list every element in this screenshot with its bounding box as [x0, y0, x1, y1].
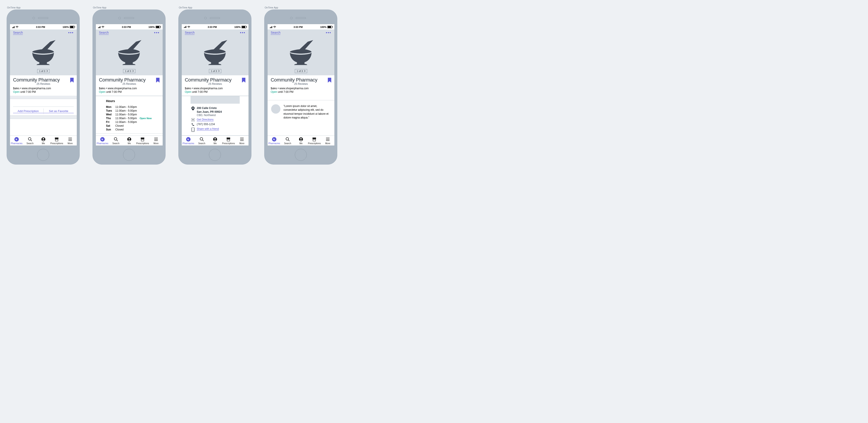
tab-pharmacies[interactable]: Pharmacies — [96, 137, 109, 145]
chevron-right-icon — [46, 70, 48, 72]
hours-time: 11:00am - 5:00pm — [115, 105, 140, 109]
battery-icon — [70, 26, 74, 28]
tab-more[interactable]: More — [64, 137, 77, 145]
mortar-pestle-icon — [289, 40, 313, 65]
battery-pct: 100% — [63, 26, 69, 28]
directions-icon — [191, 118, 194, 121]
tab-prescriptions[interactable]: Prescriptions — [222, 137, 235, 145]
cursor-icon — [273, 138, 275, 141]
tab-me[interactable]: Me — [37, 137, 50, 145]
pharmacy-hero: 1 of 3 — [182, 36, 249, 75]
review-count[interactable]: 25 Reviews — [271, 82, 331, 86]
home-button[interactable] — [123, 149, 135, 161]
back-link[interactable]: Search — [99, 31, 108, 35]
pager-label: 1 of 3 — [211, 70, 217, 72]
hours-day: Fri — [106, 120, 115, 124]
signal-bars-icon — [270, 26, 272, 28]
tab-more[interactable]: More — [149, 137, 163, 145]
hamburger-icon — [68, 137, 72, 142]
frame-label: OnTime App — [179, 6, 251, 9]
search-icon — [114, 137, 118, 142]
open-status: Open until 7:00 PM — [99, 90, 160, 93]
wifi-icon — [273, 26, 276, 28]
set-favorite-link[interactable]: Set as Favorite — [43, 110, 74, 113]
bookmark-icon[interactable] — [242, 78, 245, 83]
tab-prescriptions[interactable]: Prescriptions — [50, 137, 63, 145]
status-time: 3:03 PM — [122, 26, 131, 28]
image-pager[interactable]: 1 of 3 — [209, 69, 221, 73]
hamburger-icon — [240, 137, 244, 142]
tab-pharmacies[interactable]: Pharmacies — [10, 137, 23, 145]
bookmark-icon[interactable] — [70, 78, 74, 83]
tab-more[interactable]: More — [321, 137, 334, 145]
cursor-icon — [187, 138, 189, 141]
more-options-icon[interactable]: ••• — [326, 32, 331, 34]
get-directions-link[interactable]: Get Directions — [197, 118, 214, 121]
add-prescription-link[interactable]: Add Prescription — [13, 110, 43, 113]
phone-number[interactable]: (787) 555-1234 — [197, 123, 215, 126]
tab-me[interactable]: Me — [123, 137, 136, 145]
more-options-icon[interactable]: ••• — [68, 32, 74, 34]
location-card: 200 Calle Cristo San Juan, PR 00924 CBD,… — [182, 96, 249, 135]
tab-search[interactable]: Search — [109, 137, 122, 145]
home-button[interactable] — [295, 149, 307, 161]
search-icon — [28, 137, 32, 142]
home-button[interactable] — [209, 149, 221, 161]
frame-label: OnTime App — [93, 6, 165, 9]
tab-bar: Pharmacies Search Me Prescriptions More — [182, 135, 249, 146]
home-button[interactable] — [37, 149, 49, 161]
hours-day: Sun — [106, 128, 115, 131]
share-link[interactable]: Share with a friend — [197, 127, 219, 131]
review-count[interactable]: 25 Reviews — [185, 82, 245, 86]
battery-icon — [242, 26, 246, 28]
bookmark-icon[interactable] — [156, 78, 160, 83]
image-pager[interactable]: 1 of 3 — [123, 69, 136, 73]
tab-search[interactable]: Search — [23, 137, 36, 145]
pharmacy-title: Community Pharmacy — [271, 77, 317, 83]
battery-icon — [156, 26, 160, 28]
tab-search[interactable]: Search — [281, 137, 294, 145]
pharmacy-meta: $ales • www.shoperpharma.com — [99, 87, 160, 90]
open-now-badge: Open Now — [140, 117, 160, 120]
tab-me[interactable]: Me — [294, 137, 308, 145]
tab-pharmacies[interactable]: Pharmacies — [268, 137, 281, 145]
pharmacy-hero: 1 of 3 — [268, 36, 334, 75]
address-text: 200 Calle Cristo San Juan, PR 00924 CBD,… — [197, 106, 222, 117]
tab-me[interactable]: Me — [209, 137, 222, 145]
review-count[interactable]: 25 Reviews — [99, 82, 160, 86]
back-link[interactable]: Search — [185, 31, 194, 35]
phone-icon — [191, 123, 194, 126]
status-bar: 3:03 PM 100% — [96, 24, 163, 29]
bookmark-icon[interactable] — [328, 78, 331, 83]
tab-prescriptions[interactable]: Prescriptions — [308, 137, 321, 145]
review-count[interactable]: 25 Reviews — [13, 82, 74, 86]
chevron-right-icon — [132, 70, 134, 72]
signal-bars-icon — [12, 26, 14, 28]
pharmacy-title: Community Pharmacy — [99, 77, 146, 83]
tab-search[interactable]: Search — [195, 137, 208, 145]
tab-more[interactable]: More — [235, 137, 249, 145]
hours-time: Closed — [115, 124, 140, 127]
tab-bar: Pharmacies Search Me Prescriptions More — [268, 135, 334, 146]
pharmacy-meta: $ales • www.shoperpharma.com — [185, 87, 245, 90]
image-pager[interactable]: 1 of 3 — [37, 69, 50, 73]
map-placeholder[interactable] — [191, 96, 240, 104]
tab-prescriptions[interactable]: Prescriptions — [136, 137, 149, 145]
pin-icon — [191, 107, 194, 111]
battery-pct: 100% — [235, 26, 241, 28]
hours-time: 11:00am - 5:00pm — [115, 120, 140, 124]
store-icon — [226, 137, 230, 142]
back-link[interactable]: Search — [13, 31, 23, 35]
tab-pharmacies[interactable]: Pharmacies — [182, 137, 195, 145]
more-options-icon[interactable]: ••• — [240, 32, 245, 34]
store-icon — [312, 137, 316, 142]
image-pager[interactable]: 1 of 3 — [295, 69, 307, 73]
review-card: "Lorem ipsum dolor sit amet, consectetur… — [268, 100, 334, 124]
more-options-icon[interactable]: ••• — [154, 32, 160, 34]
pager-label: 1 of 3 — [39, 70, 45, 72]
hours-day: Thu — [106, 117, 115, 120]
phone-device: 3:03 PM 100% Search ••• 1 of 3 — [7, 9, 80, 164]
back-link[interactable]: Search — [271, 31, 280, 35]
avatar — [271, 104, 280, 114]
phone-device: 3:03 PM 100% Search ••• 1 of 3 Commu — [264, 9, 337, 164]
